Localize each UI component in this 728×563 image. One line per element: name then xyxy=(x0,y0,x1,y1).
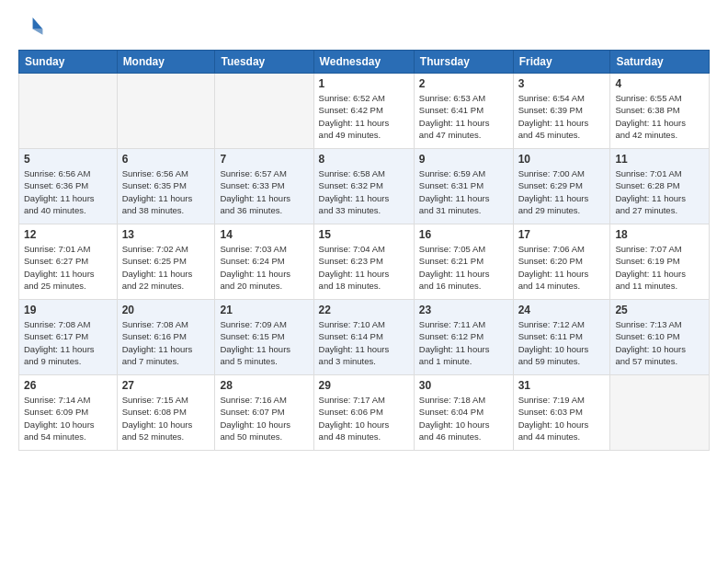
day-info: Sunrise: 7:02 AM Sunset: 6:25 PM Dayligh… xyxy=(122,243,210,292)
date-number: 4 xyxy=(615,77,704,90)
calendar-cell: 22Sunrise: 7:10 AM Sunset: 6:14 PM Dayli… xyxy=(313,300,414,375)
date-number: 30 xyxy=(419,379,508,392)
calendar-cell: 23Sunrise: 7:11 AM Sunset: 6:12 PM Dayli… xyxy=(414,300,513,375)
calendar-cell: 29Sunrise: 7:17 AM Sunset: 6:06 PM Dayli… xyxy=(313,375,414,451)
calendar-cell: 31Sunrise: 7:19 AM Sunset: 6:03 PM Dayli… xyxy=(513,375,610,451)
calendar-cell: 8Sunrise: 6:58 AM Sunset: 6:32 PM Daylig… xyxy=(313,149,414,224)
day-info: Sunrise: 7:13 AM Sunset: 6:10 PM Dayligh… xyxy=(615,318,704,367)
logo xyxy=(18,15,48,40)
calendar-cell: 27Sunrise: 7:15 AM Sunset: 6:08 PM Dayli… xyxy=(117,375,215,451)
calendar-cell: 9Sunrise: 6:59 AM Sunset: 6:31 PM Daylig… xyxy=(414,149,513,224)
calendar-cell: 19Sunrise: 7:08 AM Sunset: 6:17 PM Dayli… xyxy=(19,300,118,375)
date-number: 6 xyxy=(122,153,210,166)
day-info: Sunrise: 7:10 AM Sunset: 6:14 PM Dayligh… xyxy=(319,318,409,367)
day-info: Sunrise: 6:56 AM Sunset: 6:35 PM Dayligh… xyxy=(122,167,210,216)
day-info: Sunrise: 6:57 AM Sunset: 6:33 PM Dayligh… xyxy=(220,167,308,216)
calendar-cell xyxy=(610,375,710,451)
day-info: Sunrise: 7:04 AM Sunset: 6:23 PM Dayligh… xyxy=(319,243,409,292)
date-number: 2 xyxy=(419,77,508,90)
day-info: Sunrise: 7:16 AM Sunset: 6:07 PM Dayligh… xyxy=(220,394,308,442)
day-info: Sunrise: 6:53 AM Sunset: 6:41 PM Dayligh… xyxy=(419,92,508,141)
day-info: Sunrise: 7:03 AM Sunset: 6:24 PM Dayligh… xyxy=(220,243,308,292)
date-number: 12 xyxy=(24,228,112,241)
date-number: 29 xyxy=(319,379,409,392)
calendar-week-4: 19Sunrise: 7:08 AM Sunset: 6:17 PM Dayli… xyxy=(19,300,710,375)
calendar-cell: 26Sunrise: 7:14 AM Sunset: 6:09 PM Dayli… xyxy=(19,375,118,451)
date-number: 22 xyxy=(319,304,409,316)
calendar-cell: 11Sunrise: 7:01 AM Sunset: 6:28 PM Dayli… xyxy=(610,149,710,224)
day-info: Sunrise: 7:00 AM Sunset: 6:29 PM Dayligh… xyxy=(518,167,606,216)
calendar-cell: 21Sunrise: 7:09 AM Sunset: 6:15 PM Dayli… xyxy=(215,300,313,375)
date-number: 31 xyxy=(518,379,606,392)
calendar-cell: 12Sunrise: 7:01 AM Sunset: 6:27 PM Dayli… xyxy=(19,224,118,300)
date-number: 5 xyxy=(24,153,112,166)
svg-marker-1 xyxy=(33,29,43,35)
weekday-header-monday: Monday xyxy=(117,51,215,74)
day-info: Sunrise: 6:58 AM Sunset: 6:32 PM Dayligh… xyxy=(319,167,409,216)
calendar: SundayMondayTuesdayWednesdayThursdayFrid… xyxy=(18,50,710,451)
day-info: Sunrise: 7:07 AM Sunset: 6:19 PM Dayligh… xyxy=(615,243,704,292)
date-number: 15 xyxy=(319,228,409,241)
day-info: Sunrise: 7:11 AM Sunset: 6:12 PM Dayligh… xyxy=(419,318,508,367)
calendar-cell: 18Sunrise: 7:07 AM Sunset: 6:19 PM Dayli… xyxy=(610,224,710,300)
day-info: Sunrise: 7:08 AM Sunset: 6:16 PM Dayligh… xyxy=(122,318,210,367)
date-number: 18 xyxy=(615,228,704,241)
weekday-header-saturday: Saturday xyxy=(610,51,710,74)
weekday-header-row: SundayMondayTuesdayWednesdayThursdayFrid… xyxy=(19,51,710,74)
weekday-header-sunday: Sunday xyxy=(19,51,118,74)
weekday-header-wednesday: Wednesday xyxy=(313,51,414,74)
date-number: 1 xyxy=(319,77,409,90)
calendar-cell: 1Sunrise: 6:52 AM Sunset: 6:42 PM Daylig… xyxy=(313,74,414,149)
date-number: 25 xyxy=(615,304,704,316)
day-info: Sunrise: 7:12 AM Sunset: 6:11 PM Dayligh… xyxy=(518,318,606,367)
calendar-week-5: 26Sunrise: 7:14 AM Sunset: 6:09 PM Dayli… xyxy=(19,375,710,451)
date-number: 16 xyxy=(419,228,508,241)
calendar-cell: 3Sunrise: 6:54 AM Sunset: 6:39 PM Daylig… xyxy=(513,74,610,149)
day-info: Sunrise: 6:52 AM Sunset: 6:42 PM Dayligh… xyxy=(319,92,409,141)
date-number: 19 xyxy=(24,304,112,316)
date-number: 13 xyxy=(122,228,210,241)
calendar-cell: 28Sunrise: 7:16 AM Sunset: 6:07 PM Dayli… xyxy=(215,375,313,451)
date-number: 9 xyxy=(419,153,508,166)
calendar-cell: 30Sunrise: 7:18 AM Sunset: 6:04 PM Dayli… xyxy=(414,375,513,451)
calendar-cell: 4Sunrise: 6:55 AM Sunset: 6:38 PM Daylig… xyxy=(610,74,710,149)
calendar-cell: 7Sunrise: 6:57 AM Sunset: 6:33 PM Daylig… xyxy=(215,149,313,224)
calendar-cell: 14Sunrise: 7:03 AM Sunset: 6:24 PM Dayli… xyxy=(215,224,313,300)
calendar-cell xyxy=(19,74,118,149)
date-number: 11 xyxy=(615,153,704,166)
calendar-week-2: 5Sunrise: 6:56 AM Sunset: 6:36 PM Daylig… xyxy=(19,149,710,224)
date-number: 27 xyxy=(122,379,210,392)
day-info: Sunrise: 7:14 AM Sunset: 6:09 PM Dayligh… xyxy=(24,394,112,442)
calendar-cell: 5Sunrise: 6:56 AM Sunset: 6:36 PM Daylig… xyxy=(19,149,118,224)
calendar-cell: 20Sunrise: 7:08 AM Sunset: 6:16 PM Dayli… xyxy=(117,300,215,375)
logo-icon xyxy=(18,15,44,40)
calendar-cell: 13Sunrise: 7:02 AM Sunset: 6:25 PM Dayli… xyxy=(117,224,215,300)
day-info: Sunrise: 6:54 AM Sunset: 6:39 PM Dayligh… xyxy=(518,92,606,141)
calendar-cell: 25Sunrise: 7:13 AM Sunset: 6:10 PM Dayli… xyxy=(610,300,710,375)
day-info: Sunrise: 7:09 AM Sunset: 6:15 PM Dayligh… xyxy=(220,318,308,367)
day-info: Sunrise: 7:06 AM Sunset: 6:20 PM Dayligh… xyxy=(518,243,606,292)
weekday-header-friday: Friday xyxy=(513,51,610,74)
day-info: Sunrise: 7:05 AM Sunset: 6:21 PM Dayligh… xyxy=(419,243,508,292)
date-number: 10 xyxy=(518,153,606,166)
calendar-cell: 24Sunrise: 7:12 AM Sunset: 6:11 PM Dayli… xyxy=(513,300,610,375)
date-number: 20 xyxy=(122,304,210,316)
weekday-header-thursday: Thursday xyxy=(414,51,513,74)
date-number: 23 xyxy=(419,304,508,316)
page: SundayMondayTuesdayWednesdayThursdayFrid… xyxy=(0,0,728,563)
date-number: 3 xyxy=(518,77,606,90)
svg-marker-0 xyxy=(33,17,43,29)
date-number: 28 xyxy=(220,379,308,392)
calendar-cell: 6Sunrise: 6:56 AM Sunset: 6:35 PM Daylig… xyxy=(117,149,215,224)
day-info: Sunrise: 7:15 AM Sunset: 6:08 PM Dayligh… xyxy=(122,394,210,442)
calendar-cell xyxy=(117,74,215,149)
day-info: Sunrise: 7:01 AM Sunset: 6:27 PM Dayligh… xyxy=(24,243,112,292)
day-info: Sunrise: 6:55 AM Sunset: 6:38 PM Dayligh… xyxy=(615,92,704,141)
calendar-cell: 16Sunrise: 7:05 AM Sunset: 6:21 PM Dayli… xyxy=(414,224,513,300)
date-number: 7 xyxy=(220,153,308,166)
day-info: Sunrise: 6:59 AM Sunset: 6:31 PM Dayligh… xyxy=(419,167,508,216)
date-number: 24 xyxy=(518,304,606,316)
calendar-cell: 10Sunrise: 7:00 AM Sunset: 6:29 PM Dayli… xyxy=(513,149,610,224)
calendar-week-1: 1Sunrise: 6:52 AM Sunset: 6:42 PM Daylig… xyxy=(19,74,710,149)
date-number: 14 xyxy=(220,228,308,241)
